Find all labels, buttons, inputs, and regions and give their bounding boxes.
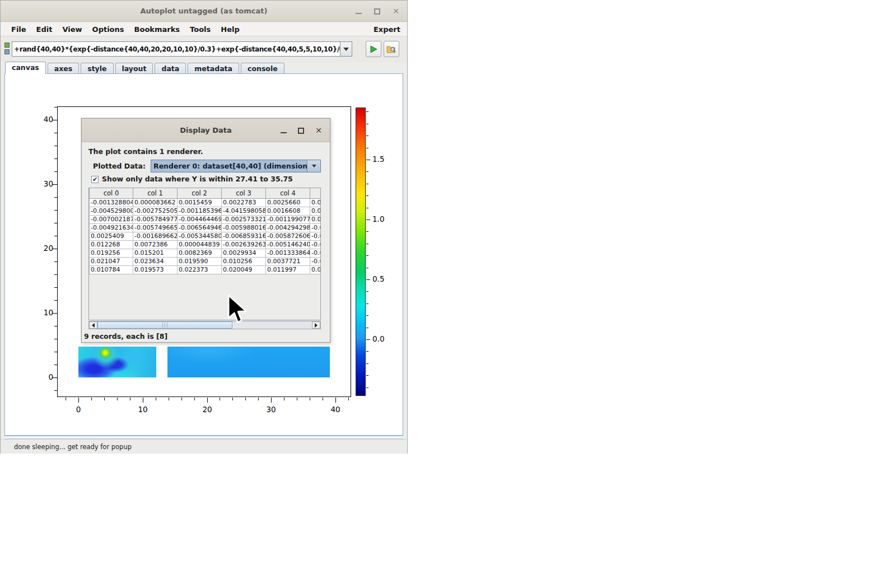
table-row[interactable]: 0.0025409-0.001689662...-0.005344580...-… xyxy=(90,232,321,240)
table-row[interactable]: -0.004529800...-0.002752505...-0.0011853… xyxy=(90,207,321,215)
scroll-right-button[interactable] xyxy=(312,321,320,329)
table-cell[interactable]: 0.012268 xyxy=(90,240,133,249)
tab-canvas[interactable]: canvas xyxy=(5,62,46,74)
table-cell[interactable]: -0.004921634... xyxy=(90,223,133,232)
menu-tools[interactable]: Tools xyxy=(185,24,216,35)
column-header[interactable]: col 2 xyxy=(178,188,222,198)
table-cell[interactable]: -0.0 xyxy=(310,240,321,249)
table-cell[interactable]: 0.0082369 xyxy=(178,249,222,257)
filter-checkbox-label[interactable]: Show only data where Y is within 27.41 t… xyxy=(102,175,293,183)
dialog-titlebar[interactable]: Display Data ✕ xyxy=(82,119,330,142)
dialog-close-icon[interactable]: ✕ xyxy=(315,127,322,134)
table-cell[interactable]: 0.000083662 xyxy=(133,198,178,207)
table-cell[interactable]: -0.005872606... xyxy=(266,232,310,240)
data-table-viewport[interactable]: col 0col 1col 2col 3col 4-0.001328804...… xyxy=(88,188,321,320)
table-cell[interactable]: -0.001185396... xyxy=(178,207,222,215)
table-cell[interactable]: 0.022373 xyxy=(178,265,222,274)
table-cell[interactable]: -0.005344580... xyxy=(178,232,222,240)
table-cell[interactable]: -0.005146240... xyxy=(266,240,310,249)
table-cell[interactable]: 0.00 xyxy=(310,215,321,223)
uri-field[interactable]: +rand{40,40}*{exp{-distance{40,40,20,20,… xyxy=(12,41,352,57)
table-cell[interactable]: -0.006564946... xyxy=(178,223,222,232)
table-cell[interactable]: -0.004464469... xyxy=(178,215,222,223)
column-header[interactable]: col 1 xyxy=(133,188,178,198)
table-row[interactable]: 0.0210470.0236340.0195900.0102560.003772… xyxy=(90,257,321,265)
table-cell[interactable]: -0.007002187... xyxy=(90,215,133,223)
menu-file[interactable]: File xyxy=(6,24,31,35)
table-cell[interactable]: -0.0 xyxy=(310,232,321,240)
tab-style[interactable]: style xyxy=(81,63,113,74)
table-cell[interactable]: 0.0025409 xyxy=(90,232,133,240)
table-cell[interactable]: 0.0037721 xyxy=(266,257,310,265)
table-cell[interactable]: 0.00 xyxy=(310,265,321,274)
table-cell[interactable]: 0.0015459 xyxy=(178,198,222,207)
table-cell[interactable]: 0.021047 xyxy=(90,257,133,265)
table-cell[interactable]: -0.001333864... xyxy=(266,249,310,257)
dialog-minimize-icon[interactable] xyxy=(281,128,287,133)
dialog-maximize-icon[interactable] xyxy=(298,128,304,134)
go-button[interactable] xyxy=(366,41,381,57)
table-cell[interactable]: -0.005749665... xyxy=(133,223,178,232)
tab-metadata[interactable]: metadata xyxy=(188,63,239,74)
table-cell[interactable]: -0.006859316... xyxy=(222,232,266,240)
column-header[interactable]: col 3 xyxy=(222,188,266,198)
table-cell[interactable]: -0.004294298... xyxy=(266,223,310,232)
table-cell[interactable]: 0.010256 xyxy=(222,257,266,265)
close-icon[interactable]: ✕ xyxy=(393,8,399,15)
table-cell[interactable]: 0.0072386 xyxy=(133,240,178,249)
scroll-left-button[interactable] xyxy=(89,321,97,329)
table-cell[interactable]: -0.0 xyxy=(310,249,321,257)
table-row[interactable]: -0.007002187...-0.005784977...-0.0044644… xyxy=(90,215,321,223)
inspect-uri-button[interactable] xyxy=(384,41,399,57)
table-cell[interactable]: 0.011997 xyxy=(266,265,310,274)
table-cell[interactable]: -4.041598058... xyxy=(222,207,266,215)
menu-view[interactable]: View xyxy=(57,24,87,35)
table-cell[interactable]: -0.004529800... xyxy=(90,207,133,215)
table-cell[interactable]: 0.019573 xyxy=(133,265,178,274)
table-cell[interactable]: 0.0016608 xyxy=(266,207,310,215)
menu-edit[interactable]: Edit xyxy=(31,24,58,35)
menu-bookmarks[interactable]: Bookmarks xyxy=(129,24,185,35)
table-cell[interactable]: 0.0022783 xyxy=(222,198,266,207)
table-row[interactable]: 0.0192560.0152010.00823690.0029934-0.001… xyxy=(90,249,321,257)
column-header[interactable] xyxy=(310,188,321,198)
table-cell[interactable]: -0.002639263... xyxy=(222,240,266,249)
table-cell[interactable]: 0.00 xyxy=(310,198,321,207)
table-cell[interactable]: -0.002752505... xyxy=(133,207,178,215)
table-cell[interactable]: 0.020049 xyxy=(222,265,266,274)
table-cell[interactable]: 0.010784 xyxy=(90,265,133,274)
table-cell[interactable]: -0.001328804... xyxy=(90,198,133,207)
table-row[interactable]: -0.001328804...0.0000836620.00154590.002… xyxy=(90,198,321,207)
tab-layout[interactable]: layout xyxy=(115,63,153,74)
table-cell[interactable]: -0.005988016... xyxy=(222,223,266,232)
table-cell[interactable]: 0.023634 xyxy=(133,257,178,265)
table-cell[interactable]: -0.005784977... xyxy=(133,215,178,223)
table-row[interactable]: 0.0107840.0195730.0223730.0200490.011997… xyxy=(90,265,321,274)
table-cell[interactable]: -0.002573321... xyxy=(222,215,266,223)
scrollbar-thumb[interactable]: ||| xyxy=(97,321,232,329)
filter-checkbox[interactable]: ✔ xyxy=(91,176,99,183)
menu-help[interactable]: Help xyxy=(216,24,244,35)
table-row[interactable]: -0.004921634...-0.005749665...-0.0065649… xyxy=(90,223,321,232)
uri-text[interactable]: +rand{40,40}*{exp{-distance{40,40,20,20,… xyxy=(12,45,340,53)
uri-dropdown-button[interactable] xyxy=(340,42,352,56)
window-titlebar[interactable]: Autoplot untagged (as tomcat) ✕ xyxy=(1,1,407,22)
table-cell[interactable]: 0.019256 xyxy=(90,249,133,257)
tab-data[interactable]: data xyxy=(155,63,186,74)
menu-options[interactable]: Options xyxy=(87,24,129,35)
renderer-select[interactable]: Renderer 0: dataset[40,40] (dimension... xyxy=(151,160,321,172)
tab-console[interactable]: console xyxy=(241,63,284,74)
table-cell[interactable]: 0.0029934 xyxy=(222,249,266,257)
table-cell[interactable]: 0.015201 xyxy=(133,249,178,257)
table-cell[interactable]: -0.0 xyxy=(310,257,321,265)
minimize-icon[interactable] xyxy=(356,9,362,14)
plot-canvas[interactable]: Display Data ✕ The plot contains 1 rende… xyxy=(4,73,403,436)
table-cell[interactable]: 0.000044839 xyxy=(178,240,222,249)
expert-menu[interactable]: Expert xyxy=(372,24,402,35)
renderer-select-arrow[interactable] xyxy=(307,160,320,172)
table-cell[interactable]: -0.001689662... xyxy=(133,232,178,240)
scrollbar-track[interactable]: ||| xyxy=(97,321,312,329)
column-header[interactable]: col 4 xyxy=(266,188,310,198)
maximize-icon[interactable] xyxy=(374,8,380,15)
tab-axes[interactable]: axes xyxy=(48,63,79,74)
